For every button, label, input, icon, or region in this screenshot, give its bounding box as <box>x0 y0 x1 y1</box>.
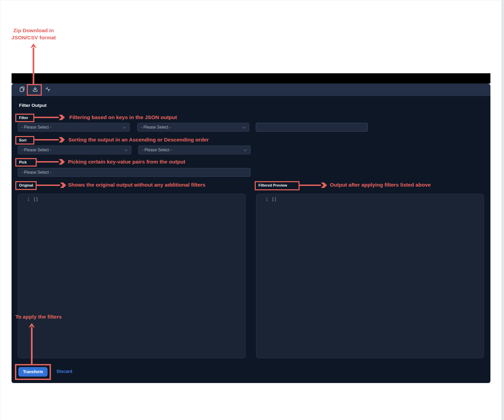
line-number: 1 <box>18 197 30 202</box>
pick-select[interactable]: - Please Select - <box>18 168 251 177</box>
sort-key-select[interactable]: - Please Select - <box>18 146 131 154</box>
annotation-pick: Picking certain key-value pairs from the… <box>68 159 185 165</box>
annotation-transform: To apply the filters <box>15 314 62 320</box>
select-value: - Please Select - <box>21 125 51 130</box>
filter-operator-select[interactable]: - Please Select - <box>137 123 249 132</box>
annotation-box-filter <box>15 114 34 122</box>
annotation-box-filtered-preview <box>255 181 300 190</box>
chevron-down-icon <box>242 125 246 130</box>
collapse-button[interactable] <box>42 85 54 95</box>
annotation-box-sort <box>15 136 34 145</box>
discard-button[interactable]: Discard <box>57 369 72 374</box>
select-value: - Please Select - <box>142 148 172 152</box>
annotation-box-pick <box>15 158 37 167</box>
filter-key-select[interactable]: - Please Select - <box>18 123 130 132</box>
toolbar <box>12 83 490 96</box>
chevron-down-icon <box>123 125 126 130</box>
code-content: [] <box>272 197 276 202</box>
original-editor[interactable]: 1 [] <box>18 194 246 358</box>
annotation-arrow-shaft <box>37 185 60 186</box>
page-title: Filter Output <box>19 103 47 108</box>
editor-line: 1 [] <box>256 194 484 202</box>
collapse-icon <box>45 87 51 93</box>
filtered-preview-editor[interactable]: 1 [] <box>256 194 484 358</box>
annotation-box-original <box>15 181 37 190</box>
annotation-arrow-shaft <box>31 327 33 364</box>
annotation-box-transform <box>15 364 51 380</box>
code-content: [] <box>33 197 38 202</box>
annotation-arrow-shaft <box>34 117 59 118</box>
annotation-arrow-shaft <box>33 47 34 84</box>
sort-order-select[interactable]: - Please Select - <box>138 146 251 154</box>
select-value: - Please Select - <box>21 148 51 152</box>
filter-value-input[interactable] <box>256 123 368 132</box>
annotation-original: Shows the original output without any ad… <box>68 182 205 188</box>
annotation-sort: Sorting the output in an Ascending or De… <box>68 137 209 143</box>
annotation-zip-download: Zip Download in JSON/CSV format <box>6 27 61 41</box>
window-titlebar <box>12 73 490 83</box>
select-value: - Please Select - <box>21 170 51 175</box>
annotation-arrow-shaft <box>37 161 59 163</box>
scrollbar[interactable] <box>501 0 504 420</box>
copy-icon <box>19 86 25 93</box>
copy-button[interactable] <box>16 85 28 95</box>
annotation-filter: Filtering based on keys in the JSON outp… <box>69 114 177 120</box>
chevron-down-icon <box>244 148 247 152</box>
annotation-box-download <box>27 84 42 96</box>
chevron-down-icon <box>124 148 128 152</box>
line-number: 1 <box>256 197 268 202</box>
select-value: - Please Select - <box>141 125 171 130</box>
editor-line: 1 [] <box>18 194 245 202</box>
annotation-arrow-shaft <box>300 185 321 186</box>
annotation-filtered-preview: Output after applying filters listed abo… <box>330 182 431 188</box>
page: Filter Output Filter - Please Select - -… <box>0 0 504 420</box>
annotation-arrow-shaft <box>34 139 59 140</box>
